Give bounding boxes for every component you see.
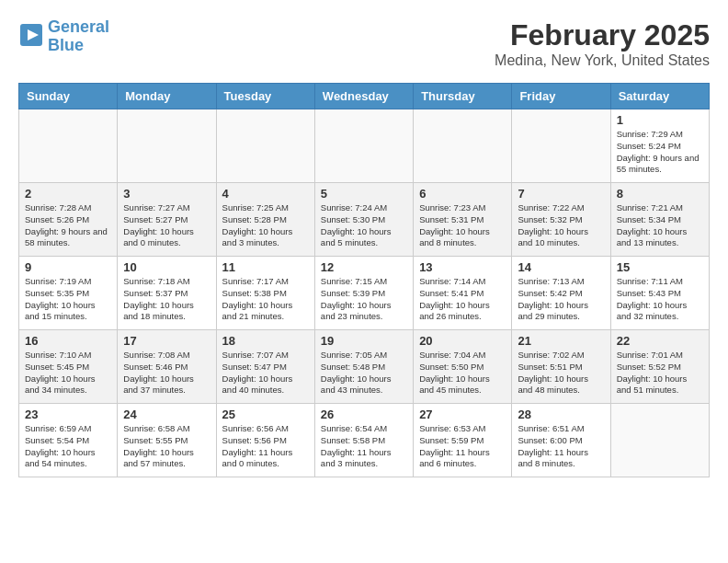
day-number: 7 bbox=[518, 187, 604, 201]
logo-icon bbox=[18, 22, 44, 48]
calendar-cell: 5Sunrise: 7:24 AM Sunset: 5:30 PM Daylig… bbox=[314, 183, 413, 257]
day-info: Sunrise: 7:02 AM Sunset: 5:51 PM Dayligh… bbox=[518, 350, 604, 396]
page-header: General Blue February 2025 Medina, New Y… bbox=[18, 18, 710, 69]
day-number: 22 bbox=[617, 334, 703, 348]
calendar-cell bbox=[610, 404, 709, 477]
calendar-cell: 9Sunrise: 7:19 AM Sunset: 5:35 PM Daylig… bbox=[19, 257, 118, 330]
day-info: Sunrise: 7:04 AM Sunset: 5:50 PM Dayligh… bbox=[419, 350, 506, 396]
day-info: Sunrise: 7:07 AM Sunset: 5:47 PM Dayligh… bbox=[222, 350, 309, 396]
day-number: 25 bbox=[222, 408, 309, 421]
day-info: Sunrise: 7:27 AM Sunset: 5:27 PM Dayligh… bbox=[123, 202, 210, 249]
day-number: 9 bbox=[25, 260, 111, 274]
calendar-cell bbox=[314, 109, 413, 183]
day-info: Sunrise: 6:59 AM Sunset: 5:54 PM Dayligh… bbox=[25, 423, 111, 470]
day-info: Sunrise: 6:56 AM Sunset: 5:56 PM Dayligh… bbox=[222, 423, 309, 470]
day-number: 27 bbox=[419, 408, 506, 421]
day-info: Sunrise: 7:28 AM Sunset: 5:26 PM Dayligh… bbox=[25, 202, 111, 249]
calendar-cell: 25Sunrise: 6:56 AM Sunset: 5:56 PM Dayli… bbox=[216, 404, 314, 477]
day-info: Sunrise: 7:05 AM Sunset: 5:48 PM Dayligh… bbox=[321, 350, 407, 396]
weekday-header: Friday bbox=[512, 84, 610, 109]
day-number: 13 bbox=[419, 260, 506, 274]
day-info: Sunrise: 7:14 AM Sunset: 5:41 PM Dayligh… bbox=[419, 276, 506, 323]
calendar-cell: 17Sunrise: 7:08 AM Sunset: 5:46 PM Dayli… bbox=[118, 330, 216, 404]
day-info: Sunrise: 7:01 AM Sunset: 5:52 PM Dayligh… bbox=[617, 350, 703, 396]
day-number: 3 bbox=[123, 187, 210, 201]
day-info: Sunrise: 7:22 AM Sunset: 5:32 PM Dayligh… bbox=[518, 202, 604, 249]
day-info: Sunrise: 7:11 AM Sunset: 5:43 PM Dayligh… bbox=[617, 276, 703, 323]
weekday-header: Wednesday bbox=[314, 84, 413, 109]
day-number: 19 bbox=[321, 334, 407, 348]
day-number: 11 bbox=[222, 260, 309, 274]
weekday-header: Thursday bbox=[414, 84, 512, 109]
day-number: 18 bbox=[222, 334, 309, 348]
calendar-cell bbox=[414, 109, 512, 183]
day-number: 4 bbox=[222, 187, 309, 201]
calendar-cell: 13Sunrise: 7:14 AM Sunset: 5:41 PM Dayli… bbox=[414, 257, 512, 330]
title-block: February 2025 Medina, New York, United S… bbox=[495, 18, 710, 69]
calendar-cell: 7Sunrise: 7:22 AM Sunset: 5:32 PM Daylig… bbox=[512, 183, 610, 257]
calendar-cell bbox=[118, 109, 216, 183]
calendar-cell: 20Sunrise: 7:04 AM Sunset: 5:50 PM Dayli… bbox=[414, 330, 512, 404]
calendar-cell: 15Sunrise: 7:11 AM Sunset: 5:43 PM Dayli… bbox=[610, 257, 709, 330]
day-info: Sunrise: 7:18 AM Sunset: 5:37 PM Dayligh… bbox=[123, 276, 210, 323]
calendar-cell: 8Sunrise: 7:21 AM Sunset: 5:34 PM Daylig… bbox=[610, 183, 709, 257]
calendar-cell: 4Sunrise: 7:25 AM Sunset: 5:28 PM Daylig… bbox=[216, 183, 314, 257]
day-info: Sunrise: 7:08 AM Sunset: 5:46 PM Dayligh… bbox=[123, 350, 210, 396]
calendar-week-row: 9Sunrise: 7:19 AM Sunset: 5:35 PM Daylig… bbox=[19, 257, 710, 330]
calendar-cell: 19Sunrise: 7:05 AM Sunset: 5:48 PM Dayli… bbox=[314, 330, 413, 404]
day-number: 6 bbox=[419, 187, 506, 201]
day-info: Sunrise: 6:54 AM Sunset: 5:58 PM Dayligh… bbox=[321, 423, 407, 470]
calendar-cell: 27Sunrise: 6:53 AM Sunset: 5:59 PM Dayli… bbox=[414, 404, 512, 477]
day-info: Sunrise: 7:29 AM Sunset: 5:24 PM Dayligh… bbox=[617, 129, 703, 176]
day-number: 8 bbox=[617, 187, 703, 201]
day-number: 2 bbox=[25, 187, 111, 201]
day-number: 14 bbox=[518, 260, 604, 274]
calendar-cell: 11Sunrise: 7:17 AM Sunset: 5:38 PM Dayli… bbox=[216, 257, 314, 330]
day-number: 28 bbox=[518, 408, 604, 421]
logo: General Blue bbox=[18, 18, 109, 55]
day-info: Sunrise: 7:25 AM Sunset: 5:28 PM Dayligh… bbox=[222, 202, 309, 249]
calendar-week-row: 1Sunrise: 7:29 AM Sunset: 5:24 PM Daylig… bbox=[19, 109, 710, 183]
calendar-cell: 22Sunrise: 7:01 AM Sunset: 5:52 PM Dayli… bbox=[610, 330, 709, 404]
calendar-cell: 12Sunrise: 7:15 AM Sunset: 5:39 PM Dayli… bbox=[314, 257, 413, 330]
calendar-subtitle: Medina, New York, United States bbox=[495, 52, 710, 69]
weekday-header: Saturday bbox=[610, 84, 709, 109]
day-number: 12 bbox=[321, 260, 407, 274]
day-info: Sunrise: 7:10 AM Sunset: 5:45 PM Dayligh… bbox=[25, 350, 111, 396]
day-number: 15 bbox=[617, 260, 703, 274]
day-number: 17 bbox=[123, 334, 210, 348]
calendar-title: February 2025 bbox=[495, 18, 710, 52]
day-number: 20 bbox=[419, 334, 506, 348]
calendar-cell: 10Sunrise: 7:18 AM Sunset: 5:37 PM Dayli… bbox=[118, 257, 216, 330]
day-info: Sunrise: 7:15 AM Sunset: 5:39 PM Dayligh… bbox=[321, 276, 407, 323]
day-info: Sunrise: 6:53 AM Sunset: 5:59 PM Dayligh… bbox=[419, 423, 506, 470]
logo-text: General Blue bbox=[48, 18, 109, 55]
day-info: Sunrise: 6:58 AM Sunset: 5:55 PM Dayligh… bbox=[123, 423, 210, 470]
day-number: 10 bbox=[123, 260, 210, 274]
day-number: 24 bbox=[123, 408, 210, 421]
calendar-week-row: 23Sunrise: 6:59 AM Sunset: 5:54 PM Dayli… bbox=[19, 404, 710, 477]
calendar-table: SundayMondayTuesdayWednesdayThursdayFrid… bbox=[18, 83, 710, 477]
day-info: Sunrise: 7:23 AM Sunset: 5:31 PM Dayligh… bbox=[419, 202, 506, 249]
calendar-cell bbox=[512, 109, 610, 183]
day-number: 26 bbox=[321, 408, 407, 421]
calendar-cell: 1Sunrise: 7:29 AM Sunset: 5:24 PM Daylig… bbox=[610, 109, 709, 183]
calendar-cell: 18Sunrise: 7:07 AM Sunset: 5:47 PM Dayli… bbox=[216, 330, 314, 404]
weekday-header-row: SundayMondayTuesdayWednesdayThursdayFrid… bbox=[19, 84, 710, 109]
calendar-cell: 23Sunrise: 6:59 AM Sunset: 5:54 PM Dayli… bbox=[19, 404, 118, 477]
day-number: 5 bbox=[321, 187, 407, 201]
day-info: Sunrise: 7:13 AM Sunset: 5:42 PM Dayligh… bbox=[518, 276, 604, 323]
day-info: Sunrise: 7:17 AM Sunset: 5:38 PM Dayligh… bbox=[222, 276, 309, 323]
day-info: Sunrise: 7:19 AM Sunset: 5:35 PM Dayligh… bbox=[25, 276, 111, 323]
logo-line2: Blue bbox=[48, 36, 84, 54]
calendar-cell bbox=[19, 109, 118, 183]
day-info: Sunrise: 7:21 AM Sunset: 5:34 PM Dayligh… bbox=[617, 202, 703, 249]
calendar-cell: 28Sunrise: 6:51 AM Sunset: 6:00 PM Dayli… bbox=[512, 404, 610, 477]
calendar-cell: 6Sunrise: 7:23 AM Sunset: 5:31 PM Daylig… bbox=[414, 183, 512, 257]
day-number: 16 bbox=[25, 334, 111, 348]
calendar-cell: 3Sunrise: 7:27 AM Sunset: 5:27 PM Daylig… bbox=[118, 183, 216, 257]
weekday-header: Sunday bbox=[19, 84, 118, 109]
calendar-week-row: 2Sunrise: 7:28 AM Sunset: 5:26 PM Daylig… bbox=[19, 183, 710, 257]
logo-line1: General bbox=[48, 17, 109, 36]
calendar-cell: 16Sunrise: 7:10 AM Sunset: 5:45 PM Dayli… bbox=[19, 330, 118, 404]
